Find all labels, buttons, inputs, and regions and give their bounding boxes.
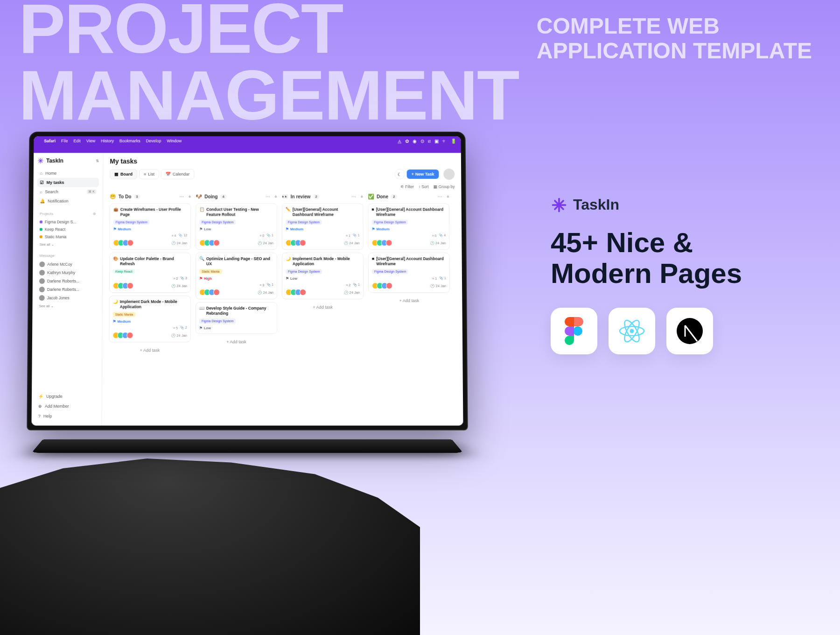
user-avatar[interactable] (443, 169, 455, 180)
see-all-projects[interactable]: See all ⌄ (37, 241, 99, 247)
filter-button[interactable]: ⚟ Filter (400, 184, 414, 189)
project-tag: Figma Design System (372, 269, 409, 274)
view-tab-calendar[interactable]: 📅Calendar (161, 169, 194, 179)
status-icon: ◉ (413, 138, 417, 143)
nav-icon: ☑ (40, 180, 44, 185)
attachment-count: 📎 1 (266, 233, 273, 237)
task-card[interactable]: 👜Create Wireframes - User Profile PageFi… (109, 204, 191, 250)
sidebar-message[interactable]: Jacob Jones (36, 294, 98, 302)
task-card[interactable]: ■[User][General] Account Dashboard Wiref… (368, 253, 450, 293)
dark-mode-toggle[interactable]: ☾ (395, 169, 405, 179)
sidebar-nav-home[interactable]: ⌂Home (37, 169, 99, 178)
task-card[interactable]: ✏️[User][General] Account Dashboard Wire… (282, 204, 364, 250)
marketing-brand: TaskIn (551, 196, 793, 213)
subtask-count: ≡ 1 (346, 233, 350, 237)
sidebar-nav-notification[interactable]: 🔔Notification (37, 197, 99, 206)
project-tag: Figma Design System (113, 219, 150, 225)
assignee-avatars (112, 332, 133, 339)
sidebar-message[interactable]: Darlene Roberts... (36, 285, 98, 294)
assignee-avatars (372, 240, 392, 246)
column-header: ✅Done2⋯+ (368, 193, 449, 201)
board-column-doing: 🐶Doing4⋯+📋Conduct User Testing - New Fea… (195, 193, 277, 421)
svg-point-8 (630, 329, 634, 333)
sidebar-footer-add-member[interactable]: ⊕Add Member (35, 402, 98, 411)
task-card[interactable]: 🔍Optimize Landing Page - SEO and UXStati… (196, 253, 277, 299)
column-add-icon[interactable]: + (274, 194, 277, 199)
project-tag: Figma Design System (286, 219, 322, 225)
sidebar-message[interactable]: Arlene McCoy (36, 260, 98, 268)
column-more-icon[interactable]: ⋯ (438, 194, 442, 199)
sidebar-brand[interactable]: TaskIn ⇅ (37, 157, 99, 164)
add-project-icon[interactable]: ⊕ (93, 212, 96, 216)
subtask-count: ≡ 1 (432, 276, 437, 280)
assignee-avatars (286, 240, 306, 246)
menu-develop[interactable]: Develop (146, 139, 161, 143)
task-card[interactable]: 📖Develop Style Guide - Company Rebrandin… (196, 302, 277, 334)
browser-toolbar (34, 146, 461, 153)
menu-view[interactable]: View (86, 139, 95, 143)
marketing-panel: TaskIn 45+ Nice & Modern Pages (551, 196, 793, 354)
nav-icon: ⌕ (40, 190, 42, 194)
status-icon: ⎚ (428, 138, 431, 143)
menu-bookmarks[interactable]: Bookmarks (119, 139, 140, 143)
project-tag: Figma Design System (199, 219, 236, 225)
menu-window[interactable]: Window (167, 139, 182, 143)
subtask-count: ≡ 4 (172, 233, 176, 237)
menubar-app[interactable]: Safari (44, 139, 56, 143)
due-date: 🕐 24 Jan (430, 284, 446, 288)
collapse-icon[interactable]: ⇅ (96, 159, 99, 163)
task-card[interactable]: 🌙Implement Dark Mode - Mobile Applicatio… (282, 253, 364, 299)
page-title: My tasks (110, 157, 455, 165)
add-task-button[interactable]: + Add task (109, 346, 191, 356)
assignee-avatars (372, 282, 392, 289)
board-column-in-review: 👀In review2⋯+✏️[User][General] Account D… (282, 193, 364, 421)
menu-file[interactable]: File (61, 139, 68, 143)
task-card[interactable]: 📋Conduct User Testing - New Feature Roll… (196, 204, 277, 250)
attachment-count: 📎 1 (439, 276, 446, 280)
sidebar-message[interactable]: Kathryn Murphy (36, 268, 98, 277)
task-card[interactable]: 🌙Implement Dark Mode - Mobile Applicatio… (109, 296, 191, 342)
priority-badge: Medium (113, 227, 188, 231)
priority-badge: Medium (371, 227, 446, 231)
project-tag: Figma Design System (199, 318, 236, 324)
due-date: 🕐 24 Jan (258, 241, 273, 245)
add-task-button[interactable]: + Add task (196, 337, 277, 347)
add-task-button[interactable]: + Add task (282, 302, 364, 312)
column-header: 🐶Doing4⋯+ (196, 193, 277, 201)
status-icon: ◬ (398, 138, 401, 143)
attachment-count: 📎 12 (179, 233, 188, 237)
column-more-icon[interactable]: ⋯ (266, 194, 270, 199)
task-card[interactable]: ■[User][General] Account Dashboard Wiref… (368, 204, 449, 250)
assignee-avatars (199, 240, 220, 246)
sidebar-project[interactable]: Keep React (37, 226, 99, 233)
column-add-icon[interactable]: + (360, 194, 363, 199)
column-add-icon[interactable]: + (447, 194, 449, 199)
subtask-count: ≡ 0 (173, 276, 178, 280)
attachment-count: 📎 1 (353, 283, 360, 287)
sidebar-nav-my-tasks[interactable]: ☑My tasks (37, 178, 99, 187)
sort-button[interactable]: ↕ Sort (419, 184, 429, 189)
column-more-icon[interactable]: ⋯ (351, 194, 356, 199)
new-task-button[interactable]: + New Task (406, 169, 439, 179)
sidebar-message[interactable]: Darlene Roberts... (36, 277, 98, 285)
group-button[interactable]: ▦ Group by (434, 184, 455, 189)
add-task-button[interactable]: + Add task (368, 296, 450, 306)
marketing-headline: 45+ Nice & Modern Pages (551, 227, 793, 289)
view-tab-list[interactable]: ≡List (139, 169, 159, 179)
view-tab-board[interactable]: ▦Board (110, 169, 137, 179)
menu-edit[interactable]: Edit (73, 139, 80, 143)
due-date: 🕐 24 Jan (258, 290, 273, 295)
menu-history[interactable]: History (101, 139, 114, 143)
priority-badge: High (199, 276, 273, 281)
column-add-icon[interactable]: + (189, 194, 191, 199)
sidebar-nav-search[interactable]: ⌕Search⌘ K (37, 187, 99, 197)
sidebar-project[interactable]: Figma Design S... (37, 218, 99, 226)
assignee-avatars (286, 289, 306, 296)
sidebar-footer-help[interactable]: ?Help (35, 411, 98, 421)
nav-icon: ⌂ (40, 171, 42, 176)
task-card[interactable]: 🎨Update Color Palette - Brand RefreshKee… (109, 253, 191, 293)
column-more-icon[interactable]: ⋯ (180, 194, 184, 199)
see-all-messages[interactable]: See all ⌄ (36, 303, 98, 309)
sidebar-footer-upgrade[interactable]: ⚡Upgrade (35, 392, 98, 401)
sidebar-project[interactable]: Static Mania (37, 233, 99, 240)
